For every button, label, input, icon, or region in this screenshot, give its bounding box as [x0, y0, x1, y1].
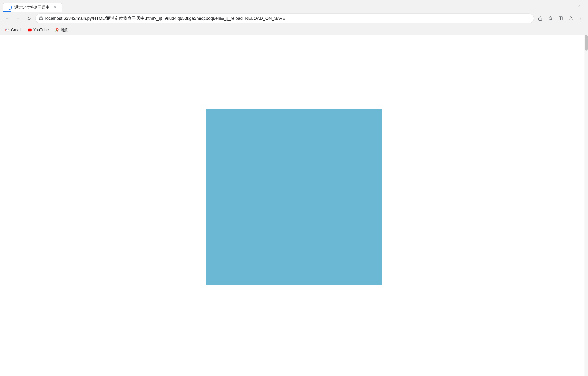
- share-button[interactable]: [536, 14, 545, 23]
- new-tab-button[interactable]: +: [63, 2, 72, 11]
- address-input[interactable]: [35, 13, 534, 23]
- maximize-button[interactable]: □: [566, 2, 574, 10]
- back-button[interactable]: ←: [2, 14, 12, 23]
- bookmark-youtube[interactable]: YouTube: [25, 26, 52, 33]
- close-button[interactable]: ×: [576, 2, 583, 10]
- youtube-icon: [27, 28, 32, 32]
- page-content: [0, 35, 588, 376]
- window-controls: ─ □ ×: [557, 2, 585, 10]
- nav-right-buttons: [536, 14, 586, 23]
- address-bar-container: [35, 13, 534, 23]
- split-tab-button[interactable]: [556, 14, 565, 23]
- profile-icon: [568, 16, 573, 21]
- reload-button[interactable]: ↻: [24, 14, 34, 23]
- gmail-icon: [5, 28, 10, 32]
- svg-marker-3: [548, 16, 552, 20]
- svg-point-9: [581, 20, 581, 20]
- minimize-button[interactable]: ─: [557, 2, 565, 10]
- tab-loading-bar: [3, 11, 11, 12]
- tab-close-button[interactable]: ×: [52, 5, 58, 10]
- title-bar: 通过定位将盒子居中 × + ─ □ ×: [0, 0, 588, 12]
- menu-button[interactable]: [576, 14, 586, 23]
- bookmark-youtube-label: YouTube: [33, 28, 49, 32]
- svg-point-7: [581, 17, 581, 17]
- scrollbar[interactable]: [585, 35, 588, 376]
- bookmark-gmail-label: Gmail: [11, 28, 21, 32]
- bookmark-gmail[interactable]: Gmail: [2, 26, 24, 33]
- bookmark-maps[interactable]: 地图: [52, 26, 72, 34]
- active-tab[interactable]: 通过定位将盒子居中 ×: [3, 3, 62, 12]
- navigation-bar: ← → ↻: [0, 12, 588, 25]
- tab-favicon-icon: [7, 5, 12, 10]
- svg-point-6: [570, 17, 572, 18]
- bookmark-star-button[interactable]: [546, 14, 555, 23]
- maps-icon: [55, 28, 59, 32]
- bookmark-maps-label: 地图: [61, 27, 69, 32]
- bookmarks-bar: Gmail YouTube 地图: [0, 25, 588, 35]
- centered-box: [206, 109, 382, 285]
- svg-point-8: [581, 18, 581, 19]
- star-icon: [548, 16, 553, 21]
- svg-point-0: [8, 5, 11, 10]
- tab-title: 通过定位将盒子居中: [14, 5, 50, 10]
- split-icon: [558, 16, 563, 21]
- svg-point-11: [57, 29, 58, 30]
- menu-icon: [578, 16, 583, 21]
- profile-button[interactable]: [566, 14, 576, 23]
- share-icon: [538, 16, 543, 21]
- tab-strip: 通过定位将盒子居中 × +: [3, 0, 557, 12]
- scrollbar-thumb[interactable]: [585, 35, 588, 51]
- forward-button[interactable]: →: [13, 14, 23, 23]
- browser-chrome: 通过定位将盒子居中 × + ─ □ × ←: [0, 0, 588, 35]
